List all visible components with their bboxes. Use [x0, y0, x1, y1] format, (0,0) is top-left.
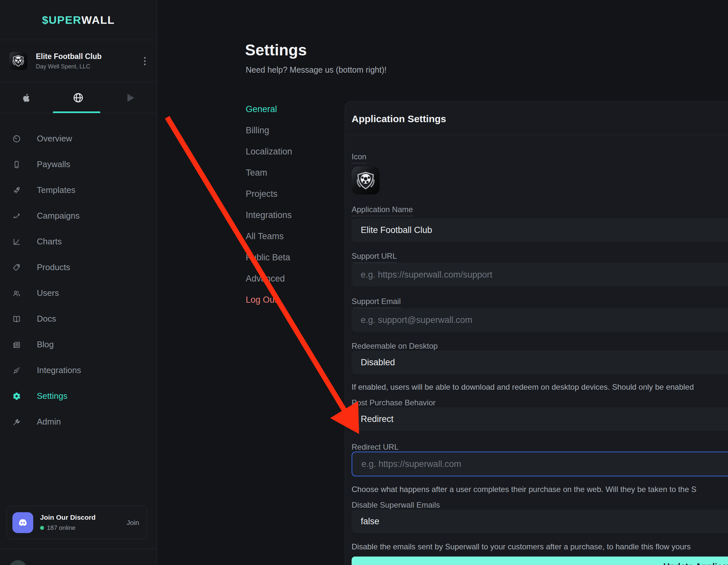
- logo-rest-text: WALL: [81, 14, 115, 26]
- gauge-icon: [12, 135, 21, 143]
- settings-nav-billing[interactable]: Billing: [246, 120, 292, 141]
- tab-platform-web[interactable]: [52, 82, 104, 113]
- smartphone-icon: [12, 160, 21, 169]
- app-company: Day Well Spent, LLC: [36, 63, 102, 70]
- sidebar-item-label: Overview: [37, 134, 72, 144]
- sidebar-item-label: Templates: [37, 185, 76, 195]
- redirect-url-label: Redirect URL: [352, 442, 399, 452]
- redeemable-on-desktop-label: Redeemable on Desktop: [352, 341, 438, 351]
- sidebar-item-label: Users: [37, 288, 59, 298]
- settings-nav-team[interactable]: Team: [246, 162, 292, 183]
- sidebar-item-integrations[interactable]: Integrations: [0, 357, 157, 383]
- tab-platform-android[interactable]: [105, 82, 157, 113]
- book-icon: [12, 315, 21, 323]
- settings-section-nav: General Billing Localization Team Projec…: [246, 99, 292, 311]
- icon-field-label: Icon: [352, 152, 366, 164]
- superwall-settings-page: { "colors": { "accent_teal": "#3fe2c8", …: [0, 0, 728, 565]
- sidebar-item-products[interactable]: Products: [0, 254, 157, 280]
- app-name: Elite Football Club: [36, 52, 102, 61]
- sidebar-item-admin[interactable]: Admin: [0, 409, 157, 435]
- sidebar-nav: Overview Paywalls Templates Campaigns Ch…: [0, 113, 157, 435]
- google-play-icon: [125, 92, 136, 103]
- discord-logo-icon: [12, 512, 33, 533]
- sidebar-item-label: Admin: [37, 417, 61, 427]
- rocket-icon: [12, 186, 21, 195]
- sidebar-item-blog[interactable]: Blog: [0, 332, 157, 357]
- discord-join-button[interactable]: Join: [126, 519, 139, 527]
- active-tab-underline: [53, 111, 100, 113]
- sidebar-item-campaigns[interactable]: Campaigns: [0, 203, 157, 229]
- chart-line-icon: [12, 238, 21, 246]
- app-switcher[interactable]: Elite Football Club Day Well Spent, LLC: [0, 40, 157, 82]
- discord-card[interactable]: Join Our Discord 187 online Join: [7, 506, 147, 539]
- sidebar-item-templates[interactable]: Templates: [0, 177, 157, 203]
- app-meta: Elite Football Club Day Well Spent, LLC: [36, 52, 102, 70]
- online-status-dot: [40, 526, 44, 530]
- tag-icon: [12, 263, 21, 272]
- app-options-menu-icon[interactable]: [142, 55, 148, 67]
- sidebar-item-charts[interactable]: Charts: [0, 229, 157, 254]
- redeemable-help-text: If enabled, users will be able to downlo…: [352, 383, 728, 392]
- sidebar-item-label: Docs: [37, 314, 56, 324]
- panel-title: Application Settings: [345, 102, 728, 135]
- discord-meta: Join Our Discord 187 online: [40, 514, 95, 531]
- discord-title: Join Our Discord: [40, 514, 95, 521]
- discord-online-count: 187 online: [47, 524, 76, 531]
- sidebar: $UPERWALL Elite Football Club Day Well S…: [0, 0, 157, 565]
- settings-nav-public-beta[interactable]: Public Beta: [246, 247, 292, 268]
- app-icon-football-crest: [9, 52, 27, 70]
- gear-icon: [12, 392, 21, 400]
- apple-icon: [21, 92, 32, 103]
- disable-superwall-emails-label: Disable Superwall Emails: [352, 500, 440, 510]
- sidebar-item-label: Charts: [37, 237, 62, 247]
- application-icon-preview[interactable]: [352, 167, 380, 195]
- sidebar-item-paywalls[interactable]: Paywalls: [0, 152, 157, 177]
- settings-nav-log-out[interactable]: Log Out: [246, 289, 292, 311]
- update-application-button[interactable]: Update Application: [352, 557, 728, 565]
- sidebar-item-overview[interactable]: Overview: [0, 126, 157, 152]
- team-avatar: [9, 560, 27, 565]
- logo-accent-text: $UPER: [42, 14, 81, 26]
- superwall-logo[interactable]: $UPERWALL: [0, 0, 157, 40]
- sidebar-item-settings[interactable]: Settings: [0, 383, 157, 409]
- users-icon: [12, 289, 21, 297]
- sidebar-item-label: Campaigns: [37, 211, 80, 221]
- tab-platform-apple[interactable]: [0, 82, 52, 113]
- settings-nav-general[interactable]: General: [246, 99, 292, 120]
- settings-nav-advanced[interactable]: Advanced: [246, 268, 292, 289]
- sidebar-item-docs[interactable]: Docs: [0, 306, 157, 332]
- application-settings-panel: Application Settings Icon Application Na…: [345, 101, 728, 565]
- sidebar-item-label: Settings: [37, 391, 67, 401]
- page-title: Settings: [245, 41, 307, 59]
- page-subtitle: Need help? Message us (bottom right)!: [246, 65, 386, 75]
- post-purchase-behavior-label: Post Purchase Behavior: [352, 398, 435, 407]
- sidebar-item-users[interactable]: Users: [0, 280, 157, 306]
- application-name-input[interactable]: [352, 218, 728, 242]
- sidebar-item-label: Products: [37, 262, 70, 272]
- panel-body: Icon Application Name Support URL Suppor…: [345, 135, 728, 565]
- team-switcher[interactable]: Team Superwall: [0, 549, 157, 565]
- platform-tabs: [0, 82, 157, 113]
- support-email-input[interactable]: [352, 308, 728, 332]
- support-url-input[interactable]: [352, 263, 728, 286]
- plug-icon: [12, 366, 21, 375]
- support-url-label: Support URL: [352, 252, 397, 263]
- redirect-url-help-text: Choose what happens after a user complet…: [352, 485, 728, 494]
- sidebar-item-label: Integrations: [37, 365, 81, 375]
- disable-emails-help-text: Disable the emails sent by Superwall to …: [352, 542, 728, 551]
- post-purchase-behavior-select[interactable]: Redirect: [352, 407, 728, 431]
- sidebar-item-label: Blog: [37, 340, 54, 350]
- settings-nav-localization[interactable]: Localization: [246, 141, 292, 162]
- support-email-label: Support Email: [352, 297, 401, 308]
- settings-nav-projects[interactable]: Projects: [246, 183, 292, 205]
- redirect-url-input[interactable]: [352, 452, 728, 476]
- redirect-arrow-icon: [12, 212, 21, 220]
- gavel-icon: [12, 418, 21, 426]
- disable-superwall-emails-select[interactable]: false: [352, 510, 728, 533]
- sidebar-item-label: Paywalls: [37, 159, 70, 169]
- globe-icon: [72, 92, 84, 104]
- settings-nav-integrations[interactable]: Integrations: [246, 205, 292, 226]
- settings-nav-all-teams[interactable]: All Teams: [246, 226, 292, 247]
- application-name-label: Application Name: [352, 205, 413, 216]
- redeemable-on-desktop-select[interactable]: Disabled: [352, 351, 728, 374]
